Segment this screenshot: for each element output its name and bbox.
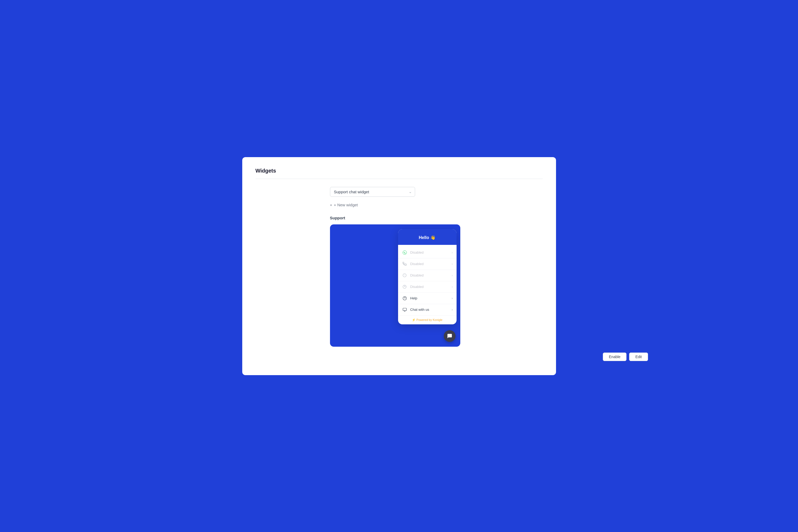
enable-button[interactable]: Enable [603,353,627,361]
chat-item-circle-text: Disabled [410,273,424,277]
chat-body: Disabled › Disabled [398,245,457,315]
chat-item-chat[interactable]: Chat with us › [398,304,457,315]
question-icon [402,284,407,290]
svg-point-6 [403,297,406,300]
page-title: Widgets [255,168,543,174]
chat-icon [402,307,407,313]
chat-panel: Hello 👋 Disabled [398,229,457,324]
chat-footer: ⚡ Powered by Konigle [398,315,457,324]
chat-item-help-text: Help [410,296,417,300]
chevron-icon-5: › [452,297,453,300]
chat-item-circle[interactable]: Disabled › [398,270,457,281]
chat-item-chat-text: Chat with us [410,308,430,311]
chat-item-question[interactable]: Disabled › [398,281,457,293]
whatsapp-icon [402,250,407,255]
main-card: Widgets Support chat widget ⌄ + + New wi… [242,157,556,375]
help-icon [402,296,407,301]
svg-rect-8 [403,308,406,310]
chat-item-whatsapp-text: Disabled [410,250,424,254]
powered-by-text: ⚡ Powered by Konigle [412,318,442,322]
chevron-icon-4: › [452,285,453,289]
chat-item-whatsapp[interactable]: Disabled › [398,247,457,259]
new-widget-button[interactable]: + + New widget [330,202,358,208]
chevron-icon-3: › [452,273,453,277]
content-area: Support chat widget ⌄ + + New widget Sup… [255,187,543,361]
chat-item-phone[interactable]: Disabled › [398,259,457,270]
plus-icon: + [330,203,332,207]
widget-preview: Hello 👋 Disabled [330,224,460,347]
chat-bubble-button[interactable] [444,330,456,342]
chevron-icon-2: › [452,262,453,266]
chevron-icon-1: › [452,251,453,254]
phone-icon [402,261,407,267]
widget-dropdown[interactable]: Support chat widget [330,187,415,197]
widget-dropdown-container: Support chat widget ⌄ [330,187,415,197]
support-section-label: Support [330,216,345,220]
svg-point-4 [403,285,406,288]
new-widget-label: + New widget [334,203,358,207]
edit-button[interactable]: Edit [629,353,648,361]
chat-item-help[interactable]: Help › [398,293,457,304]
chat-item-question-text: Disabled [410,285,424,289]
chat-item-phone-text: Disabled [410,262,424,266]
svg-point-0 [403,250,406,254]
chat-header: Hello 👋 [398,229,457,245]
circle-icon [402,272,407,278]
chevron-icon-6: › [452,308,453,311]
action-buttons: Enable Edit [603,353,648,361]
chat-header-title: Hello 👋 [402,235,452,240]
